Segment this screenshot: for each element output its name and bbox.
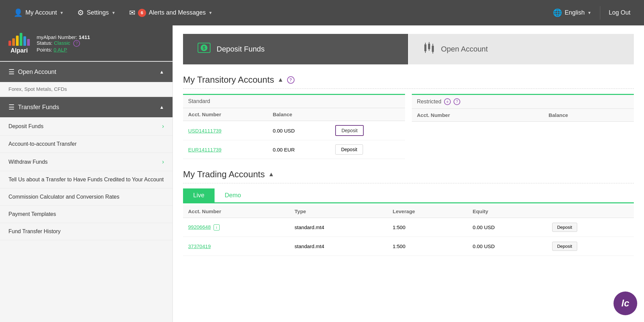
my-account-label: My Account: [25, 9, 57, 16]
open-account-arrow: ▲: [159, 69, 164, 75]
action-buttons: $ Deposit Funds: [183, 34, 634, 64]
transfer-menu-icon: ☰: [8, 103, 15, 111]
logo-bar-2: [12, 38, 15, 46]
logo-bar-6: [27, 39, 30, 46]
trading-deposit-1[interactable]: Deposit: [552, 223, 577, 232]
settings-nav[interactable]: ⚙ Settings ▼: [71, 0, 122, 25]
standard-balance-col: Balance: [268, 108, 330, 121]
main-content: $ Deposit Funds: [173, 25, 644, 322]
points-label: Points:: [37, 47, 52, 53]
trading-leverage-2: 1:500: [388, 237, 468, 256]
logout-nav[interactable]: Log Out: [602, 0, 637, 25]
sidebar-item-commission[interactable]: Commission Calculator and Conversion Rat…: [0, 188, 173, 206]
nav-divider: [600, 6, 600, 20]
globe-icon: 🌐: [553, 8, 562, 17]
usd-balance: 0.00 USD: [268, 121, 330, 140]
eur-account-link[interactable]: EUR14111739: [188, 147, 221, 153]
trading-equity-1: 0.00 USD: [468, 218, 547, 237]
logo-bar-1: [8, 41, 11, 46]
trading-equity-col: Equity: [468, 205, 547, 218]
usd-account-link[interactable]: USD14111739: [188, 128, 221, 134]
usd-deposit-button[interactable]: Deposit: [335, 125, 363, 136]
trading-leverage-1: 1:500: [388, 218, 468, 237]
transfer-funds-section[interactable]: ☰ Transfer Funds ▲: [0, 97, 173, 117]
settings-arrow: ▼: [112, 11, 116, 15]
user-icon: 👤: [14, 8, 23, 17]
main-container: Alpari myAlpari Number: 1411 Status: Cla…: [0, 25, 644, 322]
transitory-grid: Standard Acct. Number Balance USD1411173…: [183, 94, 634, 159]
trading-acct-2-link[interactable]: 37370419: [188, 243, 211, 249]
trading-equity-2: 0.00 USD: [468, 237, 547, 256]
candlestick-icon: [422, 41, 436, 57]
my-account-nav[interactable]: 👤 My Account ▼: [7, 0, 71, 25]
tab-demo[interactable]: Demo: [215, 188, 251, 202]
tab-line: [183, 202, 634, 203]
logo-bar-4: [20, 33, 22, 46]
badge-icon: lc: [621, 298, 629, 309]
restricted-add-icon[interactable]: +: [444, 98, 451, 105]
alerts-arrow: ▼: [208, 11, 213, 15]
table-row: 37370419 standard.mt4 1:500 0.00 USD Dep…: [183, 237, 634, 256]
trading-section: My Trading Accounts ▲ Live Demo Acct. Nu…: [183, 169, 634, 256]
deposit-funds-button[interactable]: $ Deposit Funds: [183, 34, 408, 64]
info-badge-1[interactable]: i: [214, 224, 220, 230]
table-row: 99206648 i standard.mt4 1:500 0.00 USD D…: [183, 218, 634, 237]
transfer-funds-label: Transfer Funds: [18, 104, 59, 111]
candlestick-svg: [422, 41, 436, 55]
commission-link-text: Commission Calculator and Conversion Rat…: [8, 194, 119, 200]
status-label: Status:: [37, 40, 53, 46]
language-label: English: [565, 9, 585, 16]
trading-action-col: [547, 205, 634, 218]
profile-status: Status: Classic ?: [37, 40, 90, 47]
restricted-help-icon[interactable]: ?: [454, 98, 460, 105]
trading-acct-1-link[interactable]: 99206648: [188, 224, 211, 230]
eur-deposit-button[interactable]: Deposit: [335, 144, 363, 155]
trading-title-text: My Trading Accounts: [183, 169, 265, 180]
restricted-balance-col: Balance: [543, 109, 634, 122]
settings-label: Settings: [87, 9, 109, 16]
restricted-panel: Restricted + ? Acct. Number Balance: [412, 94, 634, 159]
alpari-logo: Alpari: [8, 32, 30, 54]
language-nav[interactable]: 🌐 English ▼: [546, 0, 598, 25]
standard-label: Standard: [188, 98, 210, 104]
trading-deposit-2[interactable]: Deposit: [552, 242, 577, 251]
restricted-panel-header: Restricted + ?: [412, 95, 634, 109]
profile-info: myAlpari Number: 1411 Status: Classic ? …: [37, 34, 90, 53]
open-account-section[interactable]: ☰ Open Account ▲: [0, 62, 173, 82]
bottom-badge[interactable]: lc: [613, 291, 637, 315]
status-help-icon[interactable]: ?: [73, 40, 80, 47]
sidebar-item-a2a[interactable]: Account-to-account Transfer: [0, 136, 173, 153]
sidebar: Alpari myAlpari Number: 1411 Status: Cla…: [0, 25, 173, 322]
sidebar-item-deposit[interactable]: Deposit Funds ›: [0, 117, 173, 136]
sidebar-item-withdraw[interactable]: Withdraw Funds ›: [0, 153, 173, 171]
transitory-accounts-title: My Transitory Accounts ▲ ?: [183, 75, 634, 89]
transitory-help-icon[interactable]: ?: [287, 76, 295, 84]
alerts-nav[interactable]: ✉ 6 Alerts and Messages ▼: [122, 0, 219, 25]
withdraw-link-text: Withdraw Funds: [8, 159, 48, 165]
standard-panel-header: Standard: [183, 95, 405, 108]
status-value: Classic: [54, 40, 70, 46]
language-arrow: ▼: [587, 11, 591, 15]
a2a-link-text: Account-to-account Transfer: [8, 141, 77, 147]
sidebar-item-payment[interactable]: Payment Templates: [0, 206, 173, 223]
trading-table: Acct. Number Type Leverage Equity 992066…: [183, 205, 634, 256]
restricted-label: Restricted: [417, 99, 441, 105]
restricted-table: Acct. Number Balance: [412, 109, 634, 122]
deposit-funds-label: Deposit Funds: [217, 45, 265, 54]
table-row: EUR14111739 0.00 EUR Deposit: [183, 140, 405, 159]
trading-type-col: Type: [289, 205, 387, 218]
trading-type-2: standard.mt4: [289, 237, 387, 256]
standard-panel: Standard Acct. Number Balance USD1411173…: [183, 94, 405, 159]
alerts-label: Alerts and Messages: [149, 9, 206, 16]
nav-right: 🌐 English ▼ Log Out: [546, 0, 637, 25]
sidebar-item-tell[interactable]: Tell Us about a Transfer to Have Funds C…: [0, 171, 173, 188]
profile-points: Points: 0 ALP: [37, 47, 90, 53]
tab-live[interactable]: Live: [183, 188, 215, 202]
alert-badge: 6: [138, 9, 146, 17]
history-link-text: Fund Transfer History: [8, 228, 61, 235]
points-value: 0 ALP: [54, 47, 67, 53]
deposit-svg: $: [197, 40, 212, 55]
sidebar-item-history[interactable]: Fund Transfer History: [0, 223, 173, 240]
mail-icon: ✉: [129, 8, 135, 17]
open-account-button[interactable]: Open Account: [409, 34, 634, 64]
